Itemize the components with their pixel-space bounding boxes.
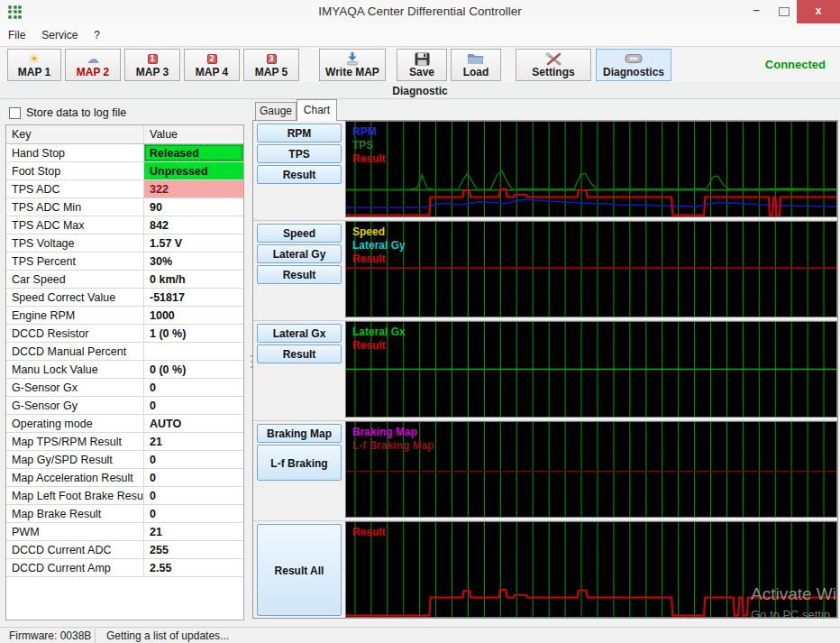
- table-row[interactable]: Foot StopUnpressed: [6, 162, 243, 180]
- table-row[interactable]: PWM21: [6, 523, 243, 541]
- row-key[interactable]: Car Speed: [6, 271, 144, 288]
- map-3-button[interactable]: 1MAP 3: [124, 49, 180, 81]
- row-key[interactable]: DCCD Resistor: [6, 325, 144, 342]
- row-value[interactable]: 2.55: [144, 559, 243, 576]
- table-row[interactable]: G-Sensor Gx0: [6, 379, 243, 397]
- menu-item-[interactable]: ?: [86, 23, 108, 41]
- result-chart-button[interactable]: Result: [257, 165, 342, 184]
- row-value[interactable]: 1 (0 %): [144, 325, 243, 342]
- row-value[interactable]: 21: [144, 523, 243, 540]
- row-key[interactable]: Manu Lock Value: [6, 361, 144, 378]
- table-row[interactable]: Manu Lock Value0 (0 %): [6, 361, 243, 379]
- log-file-checkbox[interactable]: Store data to log file: [9, 106, 126, 119]
- lateral-gx-chart-button[interactable]: Lateral Gx: [257, 324, 342, 343]
- table-row[interactable]: TPS Voltage1.57 V: [6, 234, 243, 253]
- row-key[interactable]: TPS ADC Max: [6, 216, 144, 234]
- row-key[interactable]: TPS Voltage: [6, 234, 144, 252]
- checkbox-icon[interactable]: [9, 107, 21, 119]
- table-row[interactable]: DCCD Current ADC255: [6, 541, 243, 559]
- table-row[interactable]: G-Sensor Gy0: [6, 397, 243, 415]
- table-row[interactable]: Car Speed0 km/h: [6, 271, 243, 289]
- table-row[interactable]: DCCD Manual Percent: [6, 343, 243, 361]
- row-key[interactable]: G-Sensor Gx: [6, 379, 144, 396]
- row-key[interactable]: Map Left Foot Brake Result: [6, 487, 144, 504]
- table-row[interactable]: TPS ADC Min90: [6, 198, 243, 216]
- row-key[interactable]: TPS Percent: [6, 253, 144, 270]
- diagnostics-button[interactable]: Diagnostics: [596, 49, 671, 81]
- row-value[interactable]: 0: [144, 397, 243, 414]
- row-value[interactable]: 0: [144, 379, 243, 396]
- table-row[interactable]: Operating modeAUTO: [6, 415, 243, 433]
- row-key[interactable]: Map Acceleration Result: [6, 469, 144, 486]
- table-row[interactable]: Map Gy/SPD Result0: [6, 451, 243, 469]
- map-1-button[interactable]: ☀MAP 1: [7, 49, 61, 81]
- tab-chart[interactable]: Chart: [297, 99, 337, 121]
- save-button[interactable]: Save: [397, 49, 447, 81]
- row-key[interactable]: Map TPS/RPM Result: [6, 433, 144, 450]
- table-row[interactable]: Map Brake Result0: [6, 505, 243, 523]
- result-chart-button[interactable]: Result: [257, 265, 342, 284]
- row-key[interactable]: DCCD Manual Percent: [6, 343, 144, 360]
- row-value[interactable]: 30%: [144, 253, 243, 270]
- value-column-header[interactable]: Value: [144, 125, 243, 143]
- map-5-button[interactable]: 3MAP 5: [243, 49, 299, 81]
- row-value[interactable]: 0: [144, 487, 243, 504]
- row-value[interactable]: 0 km/h: [144, 271, 243, 288]
- menu-item-service[interactable]: Service: [33, 23, 86, 41]
- table-row[interactable]: Map Acceleration Result0: [6, 469, 243, 487]
- table-row[interactable]: Map Left Foot Brake Result0: [6, 487, 243, 505]
- maximize-button[interactable]: [773, 0, 795, 23]
- row-value[interactable]: 0: [144, 505, 243, 522]
- row-key[interactable]: PWM: [6, 523, 144, 540]
- row-value[interactable]: 255: [144, 541, 243, 558]
- row-key[interactable]: DCCD Current ADC: [6, 541, 144, 558]
- tab-gauge[interactable]: Gauge: [255, 102, 297, 120]
- row-value[interactable]: 1.57 V: [144, 234, 243, 252]
- row-value[interactable]: 21: [144, 433, 243, 450]
- write-map-button[interactable]: Write MAP: [319, 49, 386, 81]
- menu-item-file[interactable]: File: [0, 23, 33, 41]
- row-key[interactable]: Hand Stop: [6, 144, 144, 161]
- table-row[interactable]: Hand StopReleased: [6, 144, 243, 162]
- key-column-header[interactable]: Key: [6, 125, 144, 143]
- row-key[interactable]: TPS ADC: [6, 180, 144, 197]
- table-row[interactable]: TPS ADC Max842: [6, 216, 243, 234]
- row-value[interactable]: Released: [144, 144, 243, 161]
- row-value[interactable]: Unpressed: [144, 162, 243, 179]
- table-row[interactable]: TPS Percent30%: [6, 253, 243, 271]
- row-key[interactable]: Foot Stop: [6, 162, 144, 179]
- minimize-button[interactable]: –: [746, 0, 766, 23]
- map-2-button[interactable]: ☁MAP 2: [65, 49, 121, 81]
- table-row[interactable]: DCCD Current Amp2.55: [6, 559, 243, 577]
- settings-button[interactable]: Settings: [516, 49, 591, 81]
- result-all-map-s-chart-button[interactable]: Result All Map's: [257, 524, 342, 616]
- tps-chart-button[interactable]: TPS: [257, 144, 342, 163]
- braking-map-chart-button[interactable]: Braking Map: [257, 424, 342, 443]
- row-value[interactable]: 1000: [144, 307, 243, 324]
- l-f-braking-map-chart-button[interactable]: L-f Braking Map: [257, 445, 342, 481]
- close-button[interactable]: x: [797, 0, 840, 23]
- result-chart-button[interactable]: Result: [257, 344, 342, 363]
- table-row[interactable]: Engine RPM1000: [6, 307, 243, 325]
- table-row[interactable]: Speed Correct Value-51817: [6, 289, 243, 307]
- row-key[interactable]: TPS ADC Min: [6, 198, 144, 216]
- table-row[interactable]: TPS ADC322: [6, 180, 243, 198]
- row-value[interactable]: 0: [144, 469, 243, 486]
- row-value[interactable]: -51817: [144, 289, 243, 306]
- row-key[interactable]: G-Sensor Gy: [6, 397, 144, 414]
- row-value[interactable]: 0: [144, 451, 243, 468]
- lateral-gy-chart-button[interactable]: Lateral Gy: [257, 244, 342, 263]
- load-button[interactable]: Load: [451, 49, 501, 81]
- map-4-button[interactable]: 2MAP 4: [184, 49, 240, 81]
- speed-chart-button[interactable]: Speed: [257, 224, 342, 243]
- row-key[interactable]: Map Gy/SPD Result: [6, 451, 144, 468]
- row-value[interactable]: 842: [144, 216, 243, 234]
- table-row[interactable]: Map TPS/RPM Result21: [6, 433, 243, 451]
- table-row[interactable]: DCCD Resistor1 (0 %): [6, 325, 243, 343]
- row-key[interactable]: Map Brake Result: [6, 505, 144, 522]
- rpm-chart-button[interactable]: RPM: [257, 124, 342, 142]
- row-key[interactable]: DCCD Current Amp: [6, 559, 144, 576]
- row-value[interactable]: 322: [144, 180, 243, 197]
- row-value[interactable]: 90: [144, 198, 243, 216]
- row-key[interactable]: Engine RPM: [6, 307, 144, 324]
